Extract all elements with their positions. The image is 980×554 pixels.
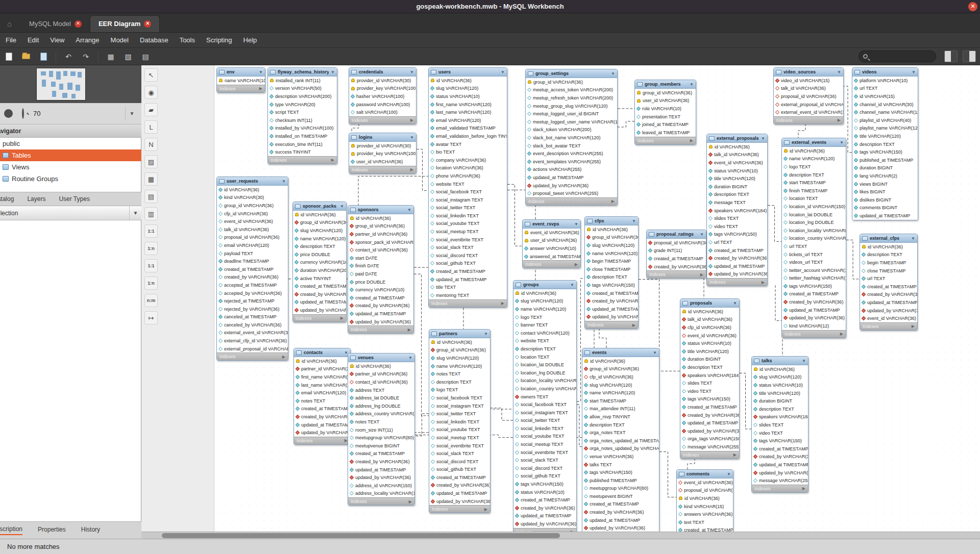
tab-close-icon[interactable]: ✕: [75, 20, 82, 28]
expand-arrow-icon[interactable]: ▶: [410, 167, 413, 172]
table-users[interactable]: users▼id VARCHAR(36)slug VARCHAR(120)sta…: [428, 67, 507, 308]
collapse-arrow-icon[interactable]: ▼: [632, 219, 636, 223]
table-header[interactable]: video_sources▼: [774, 68, 843, 77]
indexes-row[interactable]: Indexes▶: [752, 485, 808, 492]
image-tool[interactable]: ▨: [144, 155, 158, 168]
collapse-arrow-icon[interactable]: ▼: [408, 356, 412, 360]
hand-tool[interactable]: ◉: [144, 86, 158, 99]
table-header[interactable]: external_events▼: [782, 138, 846, 147]
indexes-row[interactable]: Indexes▶: [680, 451, 739, 459]
indexes-row[interactable]: Indexes▶: [526, 197, 617, 205]
indexes-row[interactable]: Indexes▶: [860, 322, 917, 330]
table-header[interactable]: credentials▼: [349, 68, 416, 77]
rel-existing-columns-tool[interactable]: ↦: [144, 311, 158, 324]
expand-arrow-icon[interactable]: ▶: [340, 316, 344, 320]
table-logins[interactable]: logins▼provider_id VARCHAR(30)provider_k…: [349, 133, 416, 174]
zoom-dropdown-arrow-icon[interactable]: ▼: [125, 107, 138, 120]
expand-arrow-icon[interactable]: ▶: [331, 158, 334, 162]
tab-catalog[interactable]: Catalog: [0, 195, 14, 203]
table-venues[interactable]: venues▼id VARCHAR(36)partner_id VARCHAR(…: [348, 353, 415, 506]
expand-arrow-icon[interactable]: ▶: [575, 262, 578, 267]
menu-arrange[interactable]: Arrange: [70, 34, 105, 46]
table-partners[interactable]: partners▼id VARCHAR(36)group_id VARCHAR(…: [429, 329, 491, 513]
indexes-row[interactable]: Indexes▶: [774, 116, 843, 124]
indexes-row[interactable]: Indexes▶: [217, 352, 288, 360]
table-header[interactable]: contacts▼: [294, 348, 350, 357]
sidebar-item-routine-groups[interactable]: Routine Groups: [0, 173, 141, 185]
zoom-level-value[interactable]: 70: [33, 110, 125, 117]
tab-description[interactable]: Description: [0, 525, 22, 535]
table-event_rsvps[interactable]: event_rsvps▼event_id VARCHAR(36)user_id …: [522, 219, 581, 268]
zoom-out-icon[interactable]: [4, 109, 13, 118]
collapse-arrow-icon[interactable]: ▼: [340, 204, 344, 209]
birdseye-thumbnail[interactable]: [36, 68, 86, 100]
tab-close-icon[interactable]: ✕: [144, 20, 151, 28]
sidebar-item-tables[interactable]: Tables: [0, 149, 141, 161]
table-header[interactable]: logins▼: [349, 133, 416, 142]
collapse-arrow-icon[interactable]: ▼: [259, 70, 263, 74]
collapse-arrow-icon[interactable]: ▼: [653, 350, 657, 355]
collapse-arrow-icon[interactable]: ▼: [727, 472, 731, 476]
collapse-arrow-icon[interactable]: ▼: [611, 71, 615, 76]
align-grid-button[interactable]: ▧: [121, 51, 135, 63]
table-header[interactable]: sponsor_packs▼: [293, 202, 346, 211]
tab-history[interactable]: History: [81, 526, 100, 535]
indexes-row[interactable]: Indexes▶: [217, 85, 265, 92]
table-video_sources[interactable]: video_sources▼video_id VARCHAR(15)talk_i…: [773, 67, 844, 124]
new-document-button[interactable]: [2, 51, 15, 63]
table-group_settings[interactable]: group_settings▼group_id VARCHAR(36)meetu…: [525, 69, 618, 206]
tab-user-types[interactable]: User Types: [59, 195, 89, 203]
indexes-row[interactable]: Indexes▶: [349, 116, 416, 124]
table-header[interactable]: external_proposals▼: [707, 134, 767, 143]
home-icon[interactable]: ⌂: [7, 19, 12, 28]
expand-arrow-icon[interactable]: ▶: [410, 118, 413, 122]
indexes-row[interactable]: Indexes▶: [429, 299, 507, 307]
tab-properties[interactable]: Properties: [38, 526, 66, 535]
collapse-arrow-icon[interactable]: ▼: [733, 301, 737, 306]
diagram-canvas[interactable]: env▼name VARCHAR(10)Indexes▶flyway_schem…: [141, 65, 980, 539]
table-flyway_schema_history[interactable]: flyway_schema_history▼installed_rank INT…: [267, 67, 337, 164]
expand-arrow-icon[interactable]: ▶: [802, 486, 805, 491]
layer-tool[interactable]: L: [144, 120, 158, 134]
expand-arrow-icon[interactable]: ▶: [840, 332, 843, 336]
table-sponsor_packs[interactable]: sponsor_packs▼id VARCHAR(36)group_id VAR…: [292, 202, 347, 322]
table-header[interactable]: videos▼: [852, 68, 918, 77]
collapse-arrow-icon[interactable]: ▼: [700, 232, 704, 237]
tab-layers[interactable]: Layers: [27, 195, 45, 203]
redo-button[interactable]: ↷: [79, 51, 92, 63]
table-external_events[interactable]: external_events▼id VARCHAR(36)name VARCH…: [781, 138, 846, 338]
menu-tools[interactable]: Tools: [174, 34, 201, 46]
table-header[interactable]: venues▼: [348, 354, 414, 362]
rel-1-n-identifying-tool[interactable]: 1:n: [144, 276, 158, 290]
expand-arrow-icon[interactable]: ▶: [733, 452, 737, 457]
indexes-row[interactable]: Indexes▶: [349, 166, 416, 173]
table-header[interactable]: events▼: [582, 348, 659, 357]
export-document-button[interactable]: [37, 51, 50, 63]
schema-item[interactable]: public: [0, 138, 141, 149]
table-header[interactable]: comments▼: [677, 470, 733, 479]
table-contacts[interactable]: contacts▼id VARCHAR(36)partner_id VARCHA…: [293, 348, 351, 445]
collapse-arrow-icon[interactable]: ▼: [911, 236, 915, 241]
menu-help[interactable]: Help: [238, 34, 263, 46]
expand-arrow-icon[interactable]: ▶: [632, 323, 635, 328]
table-events[interactable]: events▼id VARCHAR(36)group_id VARCHAR(36…: [582, 348, 659, 539]
collapse-arrow-icon[interactable]: ▼: [282, 179, 286, 184]
indexes-row[interactable]: Indexes▶: [782, 330, 846, 338]
grid-snap-button[interactable]: ▦: [104, 51, 117, 63]
collapse-arrow-icon[interactable]: ▼: [407, 208, 411, 212]
menu-edit[interactable]: Edit: [22, 34, 44, 46]
expand-arrow-icon[interactable]: ▶: [409, 499, 412, 504]
table-header[interactable]: proposal_ratings▼: [647, 230, 706, 239]
menu-scripting[interactable]: Scripting: [201, 34, 238, 46]
new-table-button[interactable]: ▤: [139, 51, 152, 63]
scrollbar-thumb[interactable]: [162, 533, 560, 538]
rel-1-n-non-identifying-tool[interactable]: 1:n: [144, 242, 158, 255]
routine-group-tool[interactable]: ▥: [144, 207, 158, 220]
table-header[interactable]: group_settings▼: [526, 69, 617, 78]
table-env[interactable]: env▼name VARCHAR(10)Indexes▶: [216, 67, 265, 93]
table-header[interactable]: cfps▼: [585, 217, 638, 225]
tab-mysql-model[interactable]: MySQL Model✕: [21, 16, 90, 32]
table-cfps[interactable]: cfps▼id VARCHAR(36)group_id VARCHAR(36)s…: [584, 216, 639, 329]
menu-view[interactable]: View: [44, 34, 70, 46]
indexes-row[interactable]: Indexes▶: [585, 321, 638, 329]
